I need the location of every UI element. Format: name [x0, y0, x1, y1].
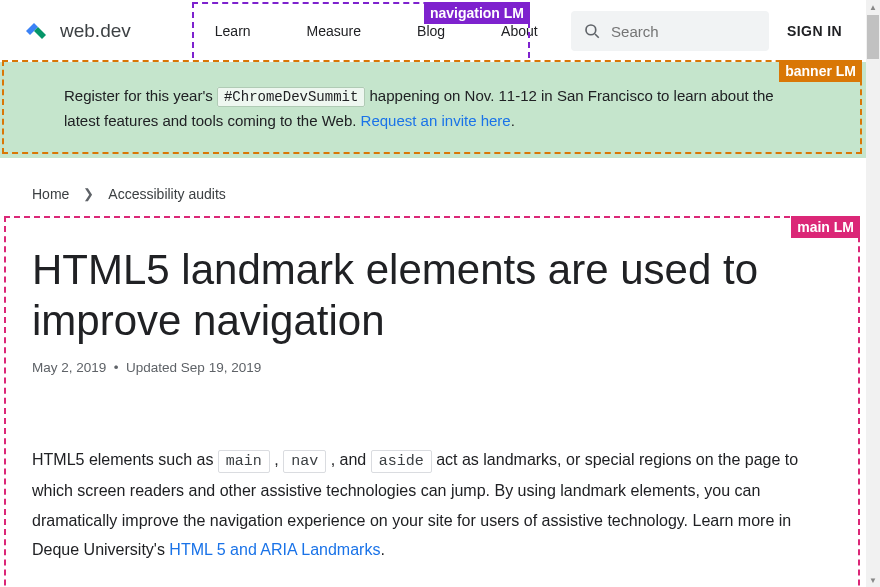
- code-nav: nav: [283, 450, 326, 473]
- date-separator: •: [114, 360, 119, 375]
- logo[interactable]: web.dev: [24, 19, 131, 43]
- main-content: HTML5 landmark elements are used to impr…: [0, 216, 866, 587]
- code-aside: aside: [371, 450, 432, 473]
- promo-banner: Register for this year's #ChromeDevSummi…: [0, 62, 866, 158]
- date-updated: Sep 19, 2019: [181, 360, 261, 375]
- banner-invite-link[interactable]: Request an invite here: [361, 112, 511, 129]
- breadcrumb-current[interactable]: Accessibility audits: [108, 186, 226, 202]
- search-input[interactable]: [611, 23, 757, 40]
- nav-measure[interactable]: Measure: [279, 0, 389, 62]
- scrollbar-down-arrow[interactable]: ▼: [866, 573, 880, 587]
- top-header: web.dev Learn Measure Blog About SIGN IN…: [0, 0, 866, 62]
- page-title: HTML5 landmark elements are used to impr…: [32, 244, 834, 346]
- article-paragraph: HTML5 elements such as main , nav , and …: [32, 445, 834, 565]
- search-box[interactable]: [571, 11, 769, 51]
- chevron-right-icon: ❯: [83, 186, 94, 201]
- banner-text-prefix: Register for this year's: [64, 87, 217, 104]
- search-icon: [583, 22, 601, 40]
- svg-line-1: [595, 34, 599, 38]
- nav-about[interactable]: About: [473, 0, 566, 62]
- nav-blog[interactable]: Blog: [389, 0, 473, 62]
- breadcrumb: Home ❯ Accessibility audits: [0, 158, 866, 216]
- date-published: May 2, 2019: [32, 360, 106, 375]
- scrollbar-thumb[interactable]: [867, 15, 879, 59]
- banner-hashtag: #ChromeDevSummit: [217, 87, 365, 107]
- logo-text: web.dev: [60, 20, 131, 42]
- link-deque-landmarks[interactable]: HTML 5 and ARIA Landmarks: [169, 541, 380, 558]
- code-main: main: [218, 450, 270, 473]
- scrollbar-up-arrow[interactable]: ▲: [866, 0, 880, 14]
- primary-nav: Learn Measure Blog About: [187, 0, 566, 62]
- webdev-logo-icon: [24, 19, 52, 43]
- breadcrumb-home[interactable]: Home: [32, 186, 69, 202]
- banner-text-suffix: .: [511, 112, 515, 129]
- sign-in-button[interactable]: SIGN IN: [787, 23, 842, 39]
- svg-point-0: [586, 25, 596, 35]
- scrollbar-track[interactable]: ▲ ▼: [866, 0, 880, 587]
- article-dates: May 2, 2019 • Updated Sep 19, 2019: [32, 360, 834, 375]
- date-updated-prefix: Updated: [126, 360, 181, 375]
- nav-learn[interactable]: Learn: [187, 0, 279, 62]
